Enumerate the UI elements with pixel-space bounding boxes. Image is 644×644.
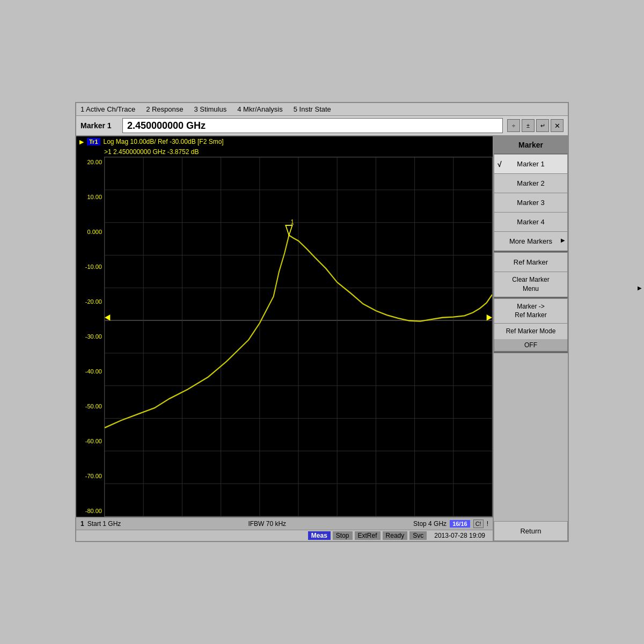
trace-name: Tr1 bbox=[87, 138, 100, 145]
ctrl-close-btn[interactable]: ✕ bbox=[551, 119, 564, 132]
status-ready: Ready bbox=[383, 531, 408, 540]
footer-ci: C! bbox=[473, 519, 484, 528]
status-meas: Meas bbox=[308, 531, 331, 540]
y-label-9: -70.00 bbox=[77, 473, 102, 479]
chart-area: ▶ Tr1 Log Mag 10.00dB/ Ref -30.00dB [F2 … bbox=[76, 136, 493, 541]
menu-mkr-analysis[interactable]: 4 Mkr/Analysis bbox=[237, 105, 283, 113]
right-panel: Marker Marker 1 Marker 2 Marker 3 Marker… bbox=[493, 136, 568, 541]
panel-divider-3 bbox=[494, 352, 568, 353]
panel-title: Marker bbox=[494, 136, 568, 154]
status-extref: ExtRef bbox=[355, 531, 380, 540]
main-content: ▶ Tr1 Log Mag 10.00dB/ Ref -30.00dB [F2 … bbox=[76, 136, 568, 541]
panel-btn-marker-to-ref[interactable]: Marker ->Ref Marker bbox=[494, 298, 568, 324]
panel-btn-clear-marker-menu[interactable]: Clear MarkerMenu bbox=[494, 272, 568, 297]
menu-active-ch[interactable]: 1 Active Ch/Trace bbox=[80, 105, 135, 113]
marker-bar: Marker 1 ÷ ± ↵ ✕ bbox=[76, 116, 568, 136]
footer-badge: 16/16 bbox=[450, 520, 470, 528]
y-axis: 20.00 10.00 0.000 -10.00 -20.00 -30.00 -… bbox=[76, 157, 104, 517]
status-bar: Meas Stop ExtRef Ready Svc 2013-07-28 19… bbox=[76, 530, 493, 541]
trace-params: Log Mag 10.00dB/ Ref -30.00dB [F2 Smo] bbox=[104, 138, 224, 145]
instrument-frame: 1 Active Ch/Trace 2 Response 3 Stimulus … bbox=[75, 102, 569, 542]
footer-stop: Stop 4 GHz bbox=[413, 520, 447, 528]
panel-btn-more-markers[interactable]: More Markers bbox=[494, 231, 568, 251]
y-label-8: -60.00 bbox=[77, 438, 102, 444]
svg-marker-23 bbox=[105, 314, 110, 321]
footer-ifbw: IFBW 70 kHz bbox=[124, 520, 410, 528]
y-label-5: -30.00 bbox=[77, 334, 102, 340]
y-label-2: 0.000 bbox=[77, 229, 102, 235]
status-stop: Stop bbox=[333, 531, 353, 540]
ctrl-enter-btn[interactable]: ↵ bbox=[536, 119, 549, 132]
y-label-1: 10.00 bbox=[77, 194, 102, 200]
y-label-3: -10.00 bbox=[77, 264, 102, 270]
menu-bar: 1 Active Ch/Trace 2 Response 3 Stimulus … bbox=[76, 103, 568, 116]
status-datetime: 2013-07-28 19:09 bbox=[431, 531, 488, 540]
marker-readout: >1 2.450000000 GHz -3.8752 dB bbox=[76, 147, 493, 157]
chart-svg: 1 bbox=[105, 157, 492, 516]
status-svc: Svc bbox=[409, 531, 427, 540]
panel-return-btn[interactable]: Return bbox=[494, 521, 568, 541]
panel-btn-ref-marker-mode[interactable]: Ref Marker Mode bbox=[494, 323, 568, 339]
panel-btn-marker4[interactable]: Marker 4 bbox=[494, 212, 568, 231]
marker-freq-input[interactable] bbox=[122, 118, 503, 133]
panel-btn-marker3[interactable]: Marker 3 bbox=[494, 193, 568, 212]
ctrl-decrement-btn[interactable]: ± bbox=[522, 119, 535, 132]
panel-btn-ref-marker[interactable]: Ref Marker bbox=[494, 252, 568, 272]
footer-exclamation: ! bbox=[487, 520, 488, 528]
chart-wrapper: 20.00 10.00 0.000 -10.00 -20.00 -30.00 -… bbox=[76, 157, 493, 517]
y-label-4: -20.00 bbox=[77, 299, 102, 305]
footer-start: Start 1 GHz bbox=[87, 520, 121, 528]
footer-bar: 1 Start 1 GHz IFBW 70 kHz Stop 4 GHz 16/… bbox=[76, 517, 493, 530]
panel-btn-marker2[interactable]: Marker 2 bbox=[494, 173, 568, 193]
panel-btn-ref-marker-mode-val[interactable]: OFF bbox=[494, 339, 568, 352]
y-label-6: -40.00 bbox=[77, 369, 102, 375]
marker-controls: ÷ ± ↵ ✕ bbox=[507, 119, 564, 132]
menu-response[interactable]: 2 Response bbox=[146, 105, 183, 113]
plot-area: 1 bbox=[104, 157, 493, 517]
y-label-10: -80.00 bbox=[77, 508, 102, 514]
marker-label: Marker 1 bbox=[80, 121, 118, 130]
svg-text:1: 1 bbox=[291, 218, 295, 226]
trace-header: ▶ Tr1 Log Mag 10.00dB/ Ref -30.00dB [F2 … bbox=[76, 136, 493, 147]
panel-btn-marker1[interactable]: Marker 1 bbox=[494, 154, 568, 173]
ctrl-increment-btn[interactable]: ÷ bbox=[507, 119, 520, 132]
svg-marker-25 bbox=[286, 225, 292, 235]
y-label-7: -50.00 bbox=[77, 404, 102, 409]
footer-channel: 1 bbox=[80, 520, 84, 528]
y-label-0: 20.00 bbox=[77, 159, 102, 165]
svg-marker-24 bbox=[487, 314, 492, 321]
menu-stimulus[interactable]: 3 Stimulus bbox=[194, 105, 227, 113]
menu-instr-state[interactable]: 5 Instr State bbox=[294, 105, 331, 113]
